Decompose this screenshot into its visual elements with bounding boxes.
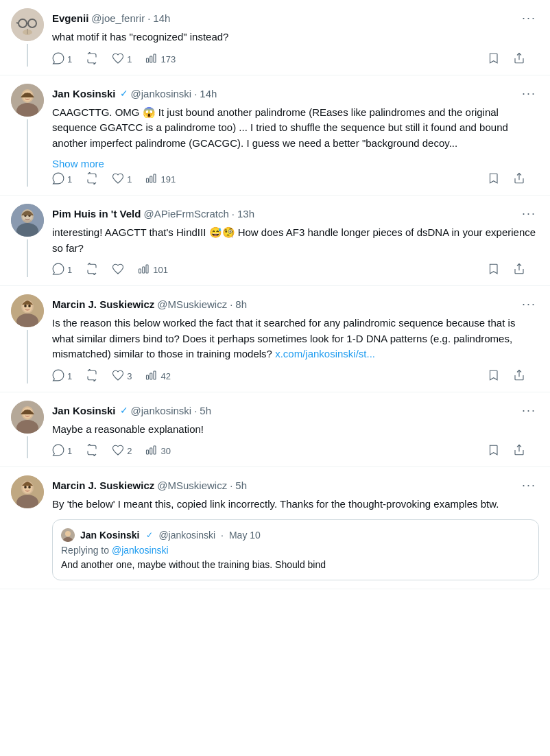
reply-icon-5	[52, 444, 64, 458]
retweet-action-4[interactable]	[86, 369, 98, 383]
like-count-2: 1	[127, 174, 132, 185]
bookmark-action-3[interactable]	[487, 263, 499, 277]
reply-action-1[interactable]: 1	[52, 52, 72, 67]
thread-line-3	[27, 239, 28, 277]
retweet-action-3[interactable]	[86, 263, 98, 277]
tweet-content-area-1: Evgenii @joe_fenrir · 14h ··· what motif…	[52, 8, 539, 67]
tweet-actions-4: 1 3 42	[52, 369, 539, 383]
like-action-3[interactable]	[112, 263, 124, 277]
tweet-time-4: 8h	[235, 298, 247, 310]
tweet-meta-1: Evgenii @joe_fenrir · 14h	[52, 12, 170, 24]
show-more-btn-2[interactable]: Show more	[52, 158, 539, 169]
retweet-icon-2	[86, 172, 98, 187]
views-icon-2	[145, 172, 158, 187]
reply-action-4[interactable]: 1	[52, 369, 72, 383]
views-action-1[interactable]: 173	[145, 52, 176, 67]
quote-time-6: May 10	[229, 530, 261, 541]
retweet-icon-3	[86, 263, 98, 277]
share-action-4[interactable]	[513, 369, 525, 383]
views-count-1: 173	[160, 54, 176, 64]
tweet-left-col-3	[11, 204, 44, 277]
tweet-left-col-6	[11, 475, 44, 580]
share-action-1[interactable]	[513, 52, 525, 67]
tweet-6: Marcin J. Suskiewicz @MSuskiewicz · 5h ·…	[0, 467, 550, 589]
views-action-3[interactable]: 101	[138, 263, 168, 277]
like-icon-4	[112, 369, 124, 383]
tweet-body-5: Maybe a reasonable explanation!	[52, 422, 539, 438]
views-action-5[interactable]: 30	[145, 444, 170, 458]
tweet-handle-3: @APieFrmScratch	[143, 208, 228, 220]
thread-line-1	[27, 44, 28, 67]
retweet-action-5[interactable]	[86, 444, 98, 458]
svg-point-53	[65, 531, 71, 536]
tweet-meta-5: Jan Kosinski ✓ @jankosinski · 5h	[52, 405, 211, 416]
bookmark-icon-4	[487, 369, 499, 383]
tweet-more-btn-4[interactable]: ···	[519, 294, 539, 314]
svg-rect-36	[154, 371, 156, 379]
reply-action-2[interactable]: 1	[52, 172, 72, 187]
tweet-body-2: CAAGCTTG. OMG 😱 It just bound another pa…	[52, 105, 539, 152]
share-action-5[interactable]	[513, 444, 525, 458]
svg-rect-27	[146, 265, 148, 273]
tweet-left-col-2	[11, 84, 44, 187]
tweet-content-area-6: Marcin J. Suskiewicz @MSuskiewicz · 5h ·…	[52, 475, 539, 580]
svg-rect-17	[154, 174, 156, 182]
verified-badge-5: ✓	[120, 405, 128, 416]
pim-avatar	[11, 204, 44, 237]
like-action-5[interactable]: 2	[112, 444, 132, 458]
jan-avatar	[11, 84, 44, 117]
svg-point-50	[24, 486, 27, 488]
evgenii-avatar	[11, 8, 44, 41]
views-count-3: 101	[153, 265, 168, 275]
like-icon-3	[112, 263, 124, 277]
bookmark-action-2[interactable]	[487, 172, 499, 187]
like-count-4: 3	[127, 371, 132, 381]
thread-line-2	[27, 119, 28, 187]
tweet-more-btn-3[interactable]: ···	[519, 204, 539, 224]
tweet-2: Jan Kosinski ✓ @jankosinski · 14h ··· CA…	[0, 75, 550, 196]
tweet-more-btn-1[interactable]: ···	[519, 8, 539, 28]
svg-point-5	[23, 29, 32, 35]
like-action-2[interactable]: 1	[112, 172, 132, 187]
bookmark-icon-5	[487, 444, 499, 458]
tweet-link-4[interactable]: x.com/jankosinski/st...	[275, 348, 375, 359]
views-action-4[interactable]: 42	[145, 369, 170, 383]
views-action-2[interactable]: 191	[145, 172, 176, 187]
tweet-header-4: Marcin J. Suskiewicz @MSuskiewicz · 8h ·…	[52, 294, 539, 314]
tweet-more-btn-2[interactable]: ···	[519, 84, 539, 104]
bookmark-action-1[interactable]	[487, 52, 499, 67]
tweet-time-1: 14h	[153, 12, 170, 24]
quote-header-6: Jan Kosinski ✓ @jankosinski · May 10	[61, 528, 530, 542]
svg-rect-44	[150, 448, 152, 454]
share-action-2[interactable]	[513, 172, 525, 187]
tweet-more-btn-5[interactable]: ···	[519, 401, 539, 421]
svg-rect-6	[147, 58, 149, 62]
quote-content-6: And another one, maybe without the train…	[61, 558, 530, 572]
bookmark-action-5[interactable]	[487, 444, 499, 458]
like-action-4[interactable]: 3	[112, 369, 132, 383]
tweet-meta-6: Marcin J. Suskiewicz @MSuskiewicz · 5h	[52, 480, 247, 491]
svg-point-33	[28, 305, 31, 307]
share-icon-5	[513, 444, 525, 458]
quote-tweet-6[interactable]: Jan Kosinski ✓ @jankosinski · May 10 Rep…	[52, 519, 539, 581]
reply-action-3[interactable]: 1	[52, 263, 72, 277]
svg-rect-25	[139, 269, 141, 273]
retweet-action-1[interactable]	[86, 52, 98, 67]
marcin-avatar-2	[11, 475, 44, 508]
tweet-body-4: Is the reason this below worked the fact…	[52, 316, 539, 362]
jan-quote-avatar	[61, 528, 75, 542]
retweet-action-2[interactable]	[86, 172, 98, 187]
tweet-time-5: 5h	[200, 405, 211, 416]
reply-action-5[interactable]: 1	[52, 444, 72, 458]
reply-count-2: 1	[67, 174, 72, 185]
tweet-time-6: 5h	[235, 480, 247, 491]
tweet-more-btn-6[interactable]: ···	[519, 475, 539, 495]
share-action-3[interactable]	[513, 263, 525, 277]
like-action-1[interactable]: 1	[112, 52, 132, 67]
bookmark-action-4[interactable]	[487, 369, 499, 383]
jan-avatar-2	[11, 401, 44, 434]
reply-icon-1	[52, 52, 64, 67]
like-count-5: 2	[127, 446, 132, 456]
reply-icon-4	[52, 369, 64, 383]
tweet-header-1: Evgenii @joe_fenrir · 14h ···	[52, 8, 539, 28]
